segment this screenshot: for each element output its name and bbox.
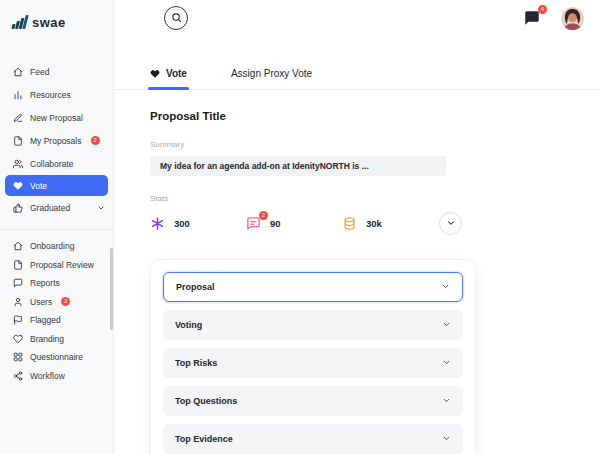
workflow-icon bbox=[13, 371, 23, 381]
sidebar-item-vote[interactable]: Vote bbox=[5, 175, 108, 196]
accordion-label: Top Risks bbox=[175, 358, 217, 368]
sidebar-item-new-proposal[interactable]: New Proposal bbox=[0, 106, 113, 129]
sidebar-item-label: Proposal Review bbox=[30, 260, 94, 270]
sidebar-divider bbox=[0, 229, 113, 230]
sidebar-item-label: Vote bbox=[30, 181, 47, 191]
stat-coins: 30k bbox=[342, 216, 438, 231]
grid-icon bbox=[13, 352, 23, 362]
edit-icon bbox=[13, 113, 23, 123]
sidebar-item-users[interactable]: Users 2 bbox=[0, 293, 113, 312]
sidebar-item-label: Collaborate bbox=[30, 159, 73, 169]
document-icon bbox=[13, 260, 23, 270]
sidebar-item-my-proposals[interactable]: My Proposals 2 bbox=[0, 129, 113, 152]
stat-comments: 2 90 bbox=[246, 216, 342, 231]
summary-field[interactable]: My idea for an agenda add-on at IdenityN… bbox=[150, 156, 446, 176]
document-icon bbox=[13, 136, 23, 146]
sidebar-secondary-nav: Onboarding Proposal Review Reports Users… bbox=[0, 237, 113, 385]
sidebar-item-label: Onboarding bbox=[30, 241, 74, 251]
tab-vote[interactable]: Vote bbox=[150, 68, 187, 89]
proposal-accordion: Proposal Voting Top Risks Top Questions … bbox=[150, 259, 476, 454]
chevron-down-icon bbox=[441, 282, 450, 293]
sidebar-item-graduated[interactable]: Graduated bbox=[0, 196, 113, 219]
accordion-item-voting[interactable]: Voting bbox=[163, 310, 463, 340]
stat-impressions: 300 bbox=[150, 216, 246, 231]
page-title: Proposal Title bbox=[150, 110, 600, 122]
user-icon bbox=[13, 297, 23, 307]
sidebar-item-feed[interactable]: Feed bbox=[0, 60, 113, 83]
accordion-label: Proposal bbox=[176, 282, 215, 292]
accordion-item-top-risks[interactable]: Top Risks bbox=[163, 348, 463, 378]
comments-badge: 2 bbox=[259, 211, 268, 220]
topbar: 4 bbox=[114, 0, 600, 36]
accordion-label: Top Questions bbox=[175, 396, 237, 406]
accordion-label: Top Evidence bbox=[175, 434, 233, 444]
brand-name: swae bbox=[32, 15, 66, 30]
home-icon bbox=[13, 241, 23, 251]
tab-bar: Vote Assign Proxy Vote bbox=[114, 68, 600, 90]
sidebar-item-onboarding[interactable]: Onboarding bbox=[0, 237, 113, 256]
topbar-right: 4 bbox=[523, 7, 584, 30]
sidebar-item-label: Flagged bbox=[30, 315, 61, 325]
sidebar-item-reports[interactable]: Reports bbox=[0, 274, 113, 293]
stat-value: 300 bbox=[174, 218, 190, 229]
impressions-icon bbox=[150, 216, 165, 231]
active-tab-underline bbox=[148, 87, 189, 90]
accordion-label: Voting bbox=[175, 320, 202, 330]
stats-label: Stats bbox=[150, 194, 600, 203]
avatar[interactable] bbox=[561, 7, 584, 30]
people-icon bbox=[13, 159, 23, 169]
messages-badge: 4 bbox=[538, 5, 547, 14]
stats-row: 300 2 90 30k bbox=[150, 212, 462, 235]
chevron-down-icon bbox=[97, 204, 105, 212]
search-icon bbox=[171, 11, 182, 26]
notification-badge: 2 bbox=[61, 297, 70, 306]
chevron-down-icon bbox=[446, 216, 456, 231]
chevron-down-icon bbox=[442, 358, 451, 369]
app-window: swae Feed Resources New Proposal My Prop… bbox=[0, 0, 600, 454]
notification-badge: 2 bbox=[91, 136, 100, 145]
chevron-down-icon bbox=[442, 434, 451, 445]
sidebar-item-label: Feed bbox=[30, 67, 49, 77]
accordion-item-top-questions[interactable]: Top Questions bbox=[163, 386, 463, 416]
messages-icon bbox=[523, 13, 541, 30]
comments-icon: 2 bbox=[246, 216, 261, 231]
sidebar-primary-nav: Feed Resources New Proposal My Proposals… bbox=[0, 60, 113, 219]
sidebar-item-proposal-review[interactable]: Proposal Review bbox=[0, 256, 113, 275]
chevron-down-icon bbox=[442, 396, 451, 407]
sidebar-item-branding[interactable]: Branding bbox=[0, 330, 113, 349]
sidebar-item-workflow[interactable]: Workflow bbox=[0, 367, 113, 386]
home-icon bbox=[13, 67, 23, 77]
chat-icon bbox=[13, 278, 23, 288]
swae-logo-icon bbox=[12, 15, 28, 29]
sidebar-item-label: Workflow bbox=[30, 371, 65, 381]
coins-icon bbox=[342, 216, 357, 231]
heart-icon bbox=[13, 181, 23, 191]
sidebar-item-label: Graduated bbox=[30, 203, 70, 213]
sidebar-item-label: Users bbox=[30, 297, 52, 307]
chevron-down-icon bbox=[442, 320, 451, 331]
search-button[interactable] bbox=[164, 6, 188, 30]
heart-icon bbox=[13, 334, 23, 344]
accordion-item-proposal[interactable]: Proposal bbox=[163, 272, 463, 302]
stat-value: 90 bbox=[270, 218, 281, 229]
brand-logo[interactable]: swae bbox=[0, 0, 113, 32]
tab-assign-proxy-vote[interactable]: Assign Proxy Vote bbox=[231, 68, 312, 89]
sidebar-item-collaborate[interactable]: Collaborate bbox=[0, 152, 113, 175]
sidebar-item-label: Branding bbox=[30, 334, 64, 344]
flag-icon bbox=[13, 315, 23, 325]
sidebar-item-label: Reports bbox=[30, 278, 60, 288]
stats-expand-button[interactable] bbox=[439, 212, 462, 235]
sidebar-item-flagged[interactable]: Flagged bbox=[0, 311, 113, 330]
bar-chart-icon bbox=[13, 90, 23, 100]
sidebar-scrollbar[interactable] bbox=[110, 248, 113, 330]
sidebar-item-label: My Proposals bbox=[30, 136, 82, 146]
sidebar-item-label: Questionnaire bbox=[30, 352, 83, 362]
sidebar-item-questionnaire[interactable]: Questionnaire bbox=[0, 348, 113, 367]
thumbs-up-icon bbox=[13, 203, 23, 213]
accordion-item-top-evidence[interactable]: Top Evidence bbox=[163, 424, 463, 454]
sidebar-item-resources[interactable]: Resources bbox=[0, 83, 113, 106]
main-area: 4 Vote Assign Proxy Vote Proposal Title … bbox=[114, 0, 600, 454]
messages-button[interactable]: 4 bbox=[523, 9, 541, 27]
stat-value: 30k bbox=[366, 218, 382, 229]
sidebar: swae Feed Resources New Proposal My Prop… bbox=[0, 0, 114, 454]
